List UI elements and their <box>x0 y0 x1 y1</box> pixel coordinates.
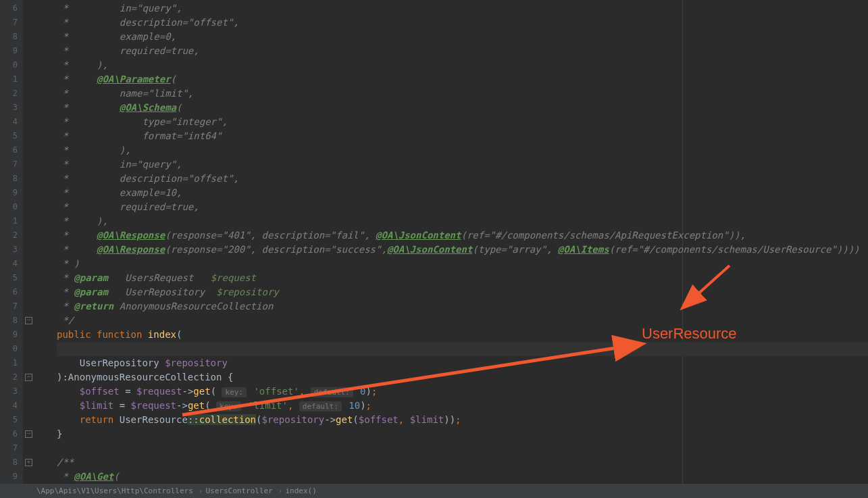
breadcrumb-item[interactable]: index() <box>282 484 322 498</box>
line-number: 8 <box>0 30 23 44</box>
code-line[interactable]: * required=true, <box>34 200 868 214</box>
line-number: 1 <box>0 72 23 86</box>
code-line[interactable]: * ), <box>34 143 868 157</box>
line-number: 4 <box>0 399 23 413</box>
fold-gutter[interactable]: –––+ <box>23 0 34 498</box>
line-number: 8 <box>0 172 23 186</box>
line-number: 3 <box>0 101 23 115</box>
fold-collapse-icon[interactable]: – <box>25 374 32 381</box>
code-line[interactable]: * ) <box>34 257 868 271</box>
line-number: 7 <box>0 157 23 172</box>
code-line[interactable]: * format="int64" <box>34 129 868 143</box>
code-line[interactable]: * example=0, <box>34 30 868 44</box>
code-line[interactable]: * description="offset", <box>34 172 868 186</box>
annotation-label: UserResource <box>642 325 737 343</box>
line-number: 0 <box>0 200 23 214</box>
line-number: 3 <box>0 243 23 257</box>
code-line[interactable]: ):AnonymousResourceCollection { <box>34 370 868 384</box>
code-line[interactable]: * name="limit", <box>34 86 868 101</box>
code-line[interactable]: * @OA\Schema( <box>34 101 868 115</box>
code-editor[interactable]: 67890123456789012345678901234567890 –––+… <box>0 0 868 498</box>
line-number: 4 <box>0 257 23 271</box>
fold-collapse-icon[interactable]: – <box>25 317 32 324</box>
breadcrumb[interactable]: \App\Apis\V1\Users\Http\Controllers › Us… <box>0 484 868 498</box>
line-number: 3 <box>0 384 23 399</box>
code-line[interactable]: * @OA\Parameter( <box>34 72 868 86</box>
code-line[interactable] <box>34 441 868 455</box>
line-number: 9 <box>0 470 23 484</box>
line-number: 2 <box>0 228 23 243</box>
code-line[interactable]: * ), <box>34 58 868 72</box>
code-lines[interactable]: * in="query", * description="offset", * … <box>34 0 868 498</box>
code-line[interactable]: $offset = $request->get( key: 'offset', … <box>34 384 868 399</box>
line-number: 2 <box>0 86 23 101</box>
code-line[interactable]: * in="query", <box>34 1 868 16</box>
line-number: 4 <box>0 115 23 129</box>
code-line[interactable]: * @param UserRepository $repository <box>34 285 868 299</box>
line-number: 6 <box>0 285 23 299</box>
code-line[interactable]: * @OA\Get( <box>34 470 868 484</box>
line-number: 0 <box>0 342 23 356</box>
code-line[interactable]: * in="query", <box>34 157 868 172</box>
line-number: 7 <box>0 299 23 314</box>
line-number: 5 <box>0 413 23 427</box>
line-number: 6 <box>0 427 23 441</box>
code-line[interactable]: * ), <box>34 214 868 228</box>
line-number: 6 <box>0 1 23 16</box>
line-number: 0 <box>0 58 23 72</box>
code-line[interactable]: } <box>34 427 868 441</box>
line-number: 8 <box>0 314 23 328</box>
breadcrumb-item[interactable]: \App\Apis\V1\Users\Http\Controllers <box>34 484 199 498</box>
code-line[interactable]: * type="integer", <box>34 115 868 129</box>
code-line[interactable]: * @OA\Response(response="401", descripti… <box>34 228 868 243</box>
line-number-gutter: 67890123456789012345678901234567890 <box>0 0 24 498</box>
code-line[interactable]: * @OA\Response(response="200", descripti… <box>34 243 868 257</box>
code-line[interactable]: public function index( <box>34 328 868 342</box>
code-line[interactable]: * @return AnonymousResourceCollection <box>34 299 868 314</box>
line-number: 5 <box>0 129 23 143</box>
fold-collapse-icon[interactable]: – <box>25 430 32 438</box>
line-number: 7 <box>0 441 23 455</box>
code-area[interactable]: 67890123456789012345678901234567890 –––+… <box>0 0 868 498</box>
line-number: 1 <box>0 214 23 228</box>
code-line[interactable]: /** <box>34 455 868 470</box>
line-number: 9 <box>0 328 23 342</box>
line-number: 2 <box>0 370 23 384</box>
chevron-right-icon: › <box>199 484 203 498</box>
code-line[interactable]: * @param UsersRequest $request <box>34 271 868 285</box>
code-line[interactable]: return UserResource::collection($reposit… <box>34 413 868 427</box>
line-number: 7 <box>0 16 23 30</box>
breadcrumb-item[interactable]: UsersController <box>203 484 278 498</box>
line-number: 1 <box>0 356 23 370</box>
code-line[interactable]: * required=true, <box>34 44 868 58</box>
current-line-highlight <box>57 342 868 356</box>
line-number: 6 <box>0 143 23 157</box>
code-line[interactable]: * example=10, <box>34 186 868 200</box>
code-line[interactable]: UserRepository $repository <box>34 356 868 370</box>
line-number: 5 <box>0 271 23 285</box>
code-line[interactable]: * description="offset", <box>34 16 868 30</box>
fold-expand-icon[interactable]: + <box>25 459 32 466</box>
chevron-right-icon: › <box>278 484 283 498</box>
code-line[interactable]: */ <box>34 314 868 328</box>
code-line[interactable]: $limit = $request->get( key: 'limit', de… <box>34 399 868 413</box>
line-number: 9 <box>0 44 23 58</box>
line-number: 9 <box>0 186 23 200</box>
line-number: 8 <box>0 455 23 470</box>
